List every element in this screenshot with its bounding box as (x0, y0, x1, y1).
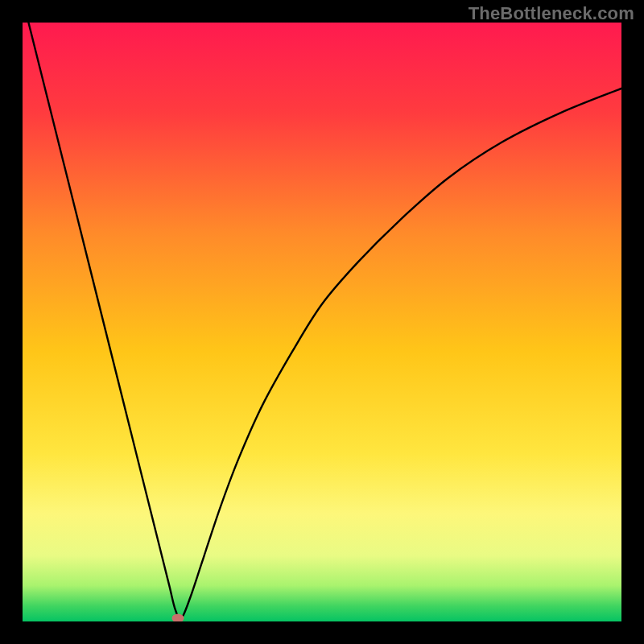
min-marker (172, 613, 184, 621)
plot-area (23, 23, 621, 621)
chart-frame: TheBottleneck.com (0, 0, 644, 644)
bottleneck-curve (23, 23, 621, 621)
watermark: TheBottleneck.com (469, 3, 634, 24)
